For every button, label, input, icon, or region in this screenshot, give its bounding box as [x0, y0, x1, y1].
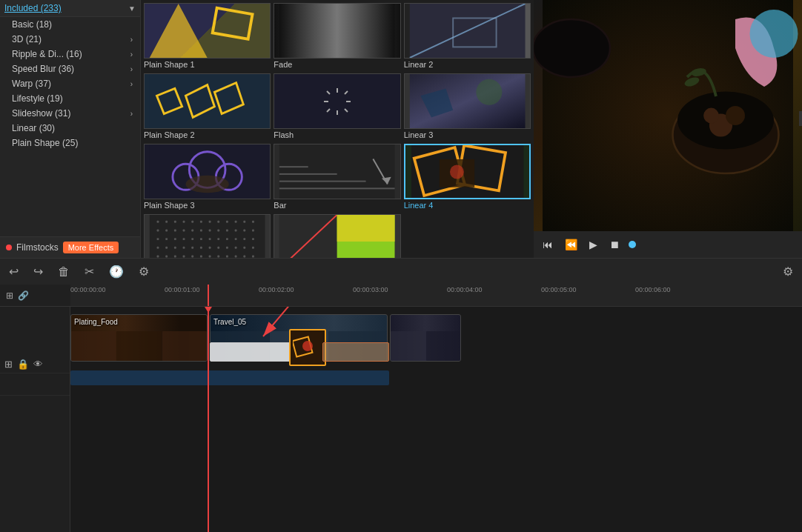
svg-rect-2 [279, 4, 395, 58]
effect-dots[interactable] [144, 214, 271, 258]
settings-button[interactable]: ⚙ [136, 263, 152, 280]
more-options-button[interactable]: ⚙ [780, 263, 796, 280]
svg-rect-58 [217, 229, 219, 231]
svg-point-37 [450, 165, 464, 179]
svg-rect-95 [226, 256, 228, 258]
sidebar-item-ripple[interactable]: Ripple & Di... (16) › [0, 47, 140, 61]
svg-rect-76 [165, 247, 168, 249]
chevron-down-icon: ▼ [128, 4, 136, 13]
effect-plain-shape-1[interactable]: Plain Shape 1 [144, 3, 271, 70]
sidebar-item-lifestyle[interactable]: Lifestyle (19) [0, 91, 140, 106]
svg-rect-28 [279, 181, 366, 182]
svg-rect-6 [150, 74, 265, 128]
rewind-button[interactable]: ⏮ [540, 237, 556, 252]
svg-rect-97 [243, 256, 245, 258]
svg-rect-77 [174, 247, 176, 249]
clip-plating-food[interactable]: Plating_Food [70, 314, 208, 362]
clip-action[interactable] [390, 314, 461, 362]
track-header-icons: ⊞ 🔗 [0, 290, 70, 301]
effect-label: Fade [274, 59, 400, 70]
svg-rect-40 [165, 221, 168, 223]
svg-rect-54 [183, 229, 185, 231]
effect-bar[interactable]: Bar [274, 144, 400, 211]
svg-rect-50 [252, 221, 254, 223]
sidebar-item-plain-shape[interactable]: Plain Shape (25) [0, 136, 140, 150]
svg-rect-87 [157, 256, 159, 258]
effect-orange-strip[interactable] [322, 342, 389, 362]
effect-plain-shape-3[interactable]: Plain Shape 3 [144, 144, 271, 211]
sidebar-item-label: Linear (30) [12, 123, 55, 133]
effect-plain-shape-2[interactable]: Plain Shape 2 [144, 73, 271, 141]
svg-rect-74 [252, 238, 254, 240]
track-lock-icon[interactable]: 🔒 [17, 359, 29, 370]
svg-rect-105 [337, 215, 395, 242]
chevron-right-icon: › [130, 36, 133, 44]
svg-line-15 [345, 109, 348, 112]
undo-button[interactable]: ↩ [6, 263, 21, 280]
filmstocks-bar: Filmstocks More Effects [0, 236, 140, 258]
effect-thumbnail[interactable] [289, 329, 326, 366]
effect-flash[interactable]: Flash [274, 73, 400, 141]
svg-rect-85 [243, 247, 245, 249]
link-icon[interactable]: 🔗 [18, 290, 29, 301]
effect-partial[interactable] [274, 214, 400, 258]
svg-rect-91 [191, 256, 193, 258]
preview-content [534, 0, 802, 231]
svg-rect-72 [235, 238, 237, 240]
chevron-right-icon: › [130, 65, 133, 73]
effect-linear-4[interactable]: Linear 4 [404, 144, 531, 211]
svg-point-25 [185, 176, 228, 193]
effect-label: Plain Shape 1 [144, 59, 271, 70]
effect-label: Linear 2 [404, 59, 531, 70]
tracks-container: ⊞ 🔒 👁 Plating_Food [0, 307, 802, 532]
svg-rect-29 [279, 173, 337, 175]
track-eye-icon[interactable]: 👁 [33, 359, 43, 370]
playhead[interactable] [208, 307, 209, 532]
effects-grid: Plain Shape 1 Fade Linear 2 [141, 0, 534, 258]
sidebar-collapse-btn[interactable]: ‹ [799, 111, 802, 126]
sidebar-item-basic[interactable]: Basic (18) [0, 17, 140, 32]
svg-rect-67 [191, 238, 193, 240]
effect-label: Plain Shape 3 [144, 199, 271, 211]
sidebar-item-warp[interactable]: Warp (37) › [0, 76, 140, 91]
effect-label: Bar [274, 199, 400, 211]
history-button[interactable]: 🕐 [106, 263, 127, 280]
chevron-right-icon: › [130, 110, 133, 118]
more-effects-button[interactable]: More Effects [63, 242, 119, 253]
effect-label: Plain Shape 2 [144, 129, 271, 141]
svg-rect-102 [279, 215, 337, 258]
redo-button[interactable]: ↪ [30, 263, 46, 280]
svg-line-17 [327, 109, 330, 112]
sidebar-item-speed-blur[interactable]: Speed Blur (36) › [0, 61, 140, 76]
sidebar-header[interactable]: Included (233) ▼ [0, 0, 140, 17]
svg-rect-59 [226, 229, 228, 231]
svg-line-16 [345, 91, 348, 94]
svg-point-19 [476, 79, 502, 105]
add-track-icon[interactable]: ⊞ [6, 290, 13, 301]
svg-marker-0 [150, 4, 208, 58]
effect-label: Flash [274, 129, 400, 141]
sidebar-item-label: Basic (18) [12, 19, 52, 30]
sidebar-item-slideshow[interactable]: Slideshow (31) › [0, 106, 140, 121]
svg-rect-98 [252, 256, 254, 258]
svg-line-14 [327, 91, 330, 94]
effect-linear-3[interactable]: Linear 3 [404, 73, 531, 141]
delete-button[interactable]: 🗑 [55, 264, 73, 280]
audio-track[interactable] [70, 370, 389, 385]
play-button[interactable]: ▶ [586, 237, 600, 252]
effect-fade[interactable]: Fade [274, 3, 400, 70]
sidebar-item-label: Warp (37) [12, 79, 51, 89]
sidebar-item-linear[interactable]: Linear (30) [0, 121, 140, 136]
step-back-button[interactable]: ⏪ [562, 237, 580, 252]
svg-rect-64 [165, 238, 168, 240]
svg-rect-81 [209, 247, 211, 249]
svg-rect-90 [183, 256, 185, 258]
cut-button[interactable]: ✂ [82, 263, 97, 280]
stop-button[interactable]: ⏹ [606, 237, 623, 252]
effect-linear-2[interactable]: Linear 2 [404, 3, 531, 70]
svg-rect-49 [243, 221, 245, 223]
svg-rect-26 [279, 144, 395, 199]
track-label-audio [0, 373, 70, 396]
track-grid-icon[interactable]: ⊞ [4, 359, 13, 370]
sidebar-item-3d[interactable]: 3D (21) › [0, 32, 140, 47]
